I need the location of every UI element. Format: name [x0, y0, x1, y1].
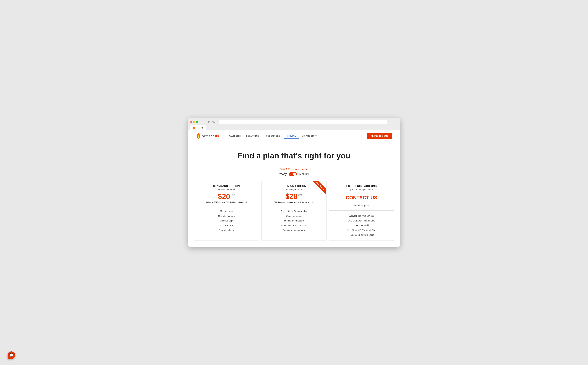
list-item: Requires 25 or more users — [333, 233, 390, 238]
hero-section: Find a plan that's right for you — [188, 142, 400, 165]
fullscreen-traffic-light[interactable] — [196, 121, 198, 123]
enterprise-card-title: ENTERPRISE ADD-ONS — [333, 185, 390, 188]
more-options-button[interactable]: ··· — [394, 120, 398, 124]
standard-card-subtitle: per user per month — [198, 188, 255, 191]
list-item: Document management — [265, 228, 323, 233]
list-item: Multi-platform — [198, 209, 255, 214]
enterprise-free-quote: Get a free quote! — [333, 203, 390, 208]
pricing-section: STANDARD EDITION per user per month $20 … — [188, 181, 400, 247]
navbar: forms on fire PLATFORM SOLUTIONS ▾ RESOU… — [188, 130, 400, 142]
page-content: forms on fire PLATFORM SOLUTIONS ▾ RESOU… — [188, 130, 400, 247]
premium-price-row: $28 USD — [265, 193, 323, 200]
premium-card-subtitle: per user per month — [265, 188, 323, 191]
nav-resources[interactable]: RESOURCES ▾ — [263, 133, 284, 138]
tab-favicon — [193, 126, 195, 129]
list-item: Full OPEN API — [198, 223, 255, 228]
resources-chevron-icon: ▾ — [281, 135, 282, 137]
standard-card-title: STANDARD EDITION — [198, 185, 255, 188]
chat-icon: 💬 — [9, 353, 14, 357]
logo-brand: fire — [215, 134, 220, 138]
premium-price-amount: $28 — [285, 193, 298, 200]
refresh-button[interactable]: ↻ — [207, 120, 211, 124]
search-button[interactable]: 🔍 — [211, 120, 216, 124]
toggle-row: Yearly Monthly — [196, 172, 392, 176]
logo-link[interactable]: forms on fire — [196, 133, 220, 139]
standard-card: STANDARD EDITION per user per month $20 … — [194, 181, 259, 241]
request-demo-button[interactable]: REQUEST DEMO — [367, 133, 392, 139]
forward-button[interactable]: › — [204, 120, 206, 124]
enterprise-features: Everything in Premium plus SSO with AAD,… — [329, 211, 394, 240]
list-item: Support included — [198, 228, 255, 233]
nav-platform[interactable]: PLATFORM — [226, 133, 243, 138]
tab-bar: Pricing — [190, 125, 398, 130]
list-item: Unlimited storage — [198, 214, 255, 219]
standard-price-amount: $20 — [218, 193, 230, 200]
browser-chrome: ‹ › ↻ 🔍 + ··· Pricing — [188, 118, 400, 130]
list-item: Unlimited apps — [198, 218, 255, 223]
solutions-chevron-icon: ▾ — [260, 135, 261, 137]
nav-account[interactable]: MY ACCOUNT ▾ — [299, 133, 321, 138]
standard-features: Multi-platform Unlimited storage Unlimit… — [194, 206, 259, 236]
browser-window: ‹ › ↻ 🔍 + ··· Pricing — [188, 118, 400, 247]
billing-toggle[interactable] — [289, 172, 297, 176]
nav-pricing[interactable]: PRICING — [284, 133, 299, 139]
list-item: Premium connectors — [265, 218, 323, 223]
logo-flame-icon — [196, 133, 201, 139]
list-item: Everything in Premium plus — [333, 214, 390, 218]
enterprise-contact-text[interactable]: CONTACT US — [333, 193, 390, 203]
logo-text: forms on fire — [202, 134, 220, 138]
browser-nav-buttons: ‹ › ↻ 🔍 — [200, 120, 216, 124]
monthly-label: Monthly — [299, 173, 309, 176]
enterprise-card-header: ENTERPRISE ADD-ONS per company per month… — [329, 181, 394, 211]
traffic-lights — [190, 121, 198, 123]
save-text: Save 20% on yearly plans — [196, 168, 392, 171]
premium-price-usd: USD — [298, 194, 303, 197]
premium-card-title: PREMIUM EDITION — [265, 185, 323, 188]
list-item: Enterprise toolkit — [333, 223, 390, 228]
browser-controls: ‹ › ↻ 🔍 + ··· — [190, 120, 398, 124]
tab-title: Pricing — [197, 126, 203, 129]
premium-card: Most Popular PREMIUM EDITION per user pe… — [262, 181, 327, 241]
back-button[interactable]: ‹ — [200, 120, 203, 124]
nav-links: PLATFORM SOLUTIONS ▾ RESOURCES ▾ PRICING… — [226, 133, 367, 139]
list-item: Everything in Standard plus — [265, 209, 323, 214]
chat-bubble[interactable]: 💬 — [7, 351, 15, 359]
enterprise-card: ENTERPRISE ADD-ONS per company per month… — [329, 181, 394, 241]
standard-price-usd: USD — [231, 194, 235, 197]
address-bar[interactable] — [219, 120, 387, 124]
close-traffic-light[interactable] — [190, 121, 192, 123]
new-tab-button[interactable]: + — [389, 120, 393, 124]
list-item: Unlimited entries — [265, 214, 323, 219]
enterprise-card-subtitle: per company per month — [333, 188, 390, 191]
list-item: SYNQL for MS SQL or MySQL — [333, 228, 390, 233]
list-item: SSO with AAD, Ping, or Okta — [333, 218, 390, 223]
billing-section: Save 20% on yearly plans Yearly Monthly — [188, 165, 400, 181]
account-chevron-icon: ▾ — [318, 135, 318, 137]
yearly-label: Yearly — [279, 173, 287, 176]
hero-title: Find a plan that's right for you — [196, 151, 392, 160]
nav-solutions[interactable]: SOLUTIONS ▾ — [243, 133, 263, 138]
standard-billing-note: Billed at $240 per year. Yearly discount… — [198, 201, 255, 203]
standard-card-header: STANDARD EDITION per user per month $20 … — [194, 181, 259, 206]
premium-billing-note: Billed at $336 per year. Yearly discount… — [265, 201, 323, 203]
standard-price-row: $20 USD — [198, 193, 255, 200]
minimize-traffic-light[interactable] — [193, 121, 195, 123]
list-item: Workflow / Tasks / Dispatch — [265, 223, 323, 228]
toggle-knob — [293, 173, 297, 176]
active-tab[interactable]: Pricing — [190, 125, 206, 130]
premium-features: Everything in Standard plus Unlimited en… — [262, 206, 326, 236]
